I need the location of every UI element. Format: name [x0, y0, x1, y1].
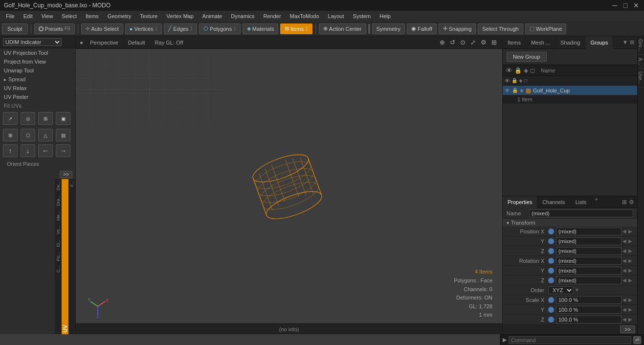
eye-icon-2[interactable]: 👁: [505, 78, 510, 84]
auto-select-button[interactable]: ⊹ Auto Select: [81, 23, 123, 34]
menu-render[interactable]: Render: [260, 12, 285, 20]
left-vert-tab-me[interactable]: Me...: [55, 209, 62, 223]
arrow-down[interactable]: ↓: [21, 144, 35, 157]
edges-button[interactable]: ╱ Edges 1: [164, 23, 197, 34]
left-vert-tab-ei[interactable]: Ei...: [55, 237, 62, 249]
menu-view[interactable]: View: [38, 12, 57, 20]
presets-button[interactable]: Presets F6: [34, 23, 75, 34]
lock-icon[interactable]: 🔒: [514, 67, 522, 74]
viewport-raygl[interactable]: Ray GL: Off: [152, 39, 186, 46]
menu-system[interactable]: System: [349, 12, 375, 20]
left-vert-tab-dra[interactable]: Dra...: [55, 193, 62, 208]
vertices-button[interactable]: ● Vertices 1: [125, 23, 162, 34]
project-from-view[interactable]: Project from View: [0, 57, 75, 66]
prop-pos-x-arrow-left[interactable]: ◀: [622, 229, 627, 234]
menu-animate[interactable]: Animate: [199, 12, 226, 20]
tool-box[interactable]: ▤: [56, 129, 70, 141]
viewport-rotate-icon[interactable]: ↺: [448, 39, 457, 46]
prop-rot-y-value[interactable]: (mixed): [556, 267, 622, 275]
select-icon[interactable]: ◻: [530, 67, 535, 74]
menu-select[interactable]: Select: [58, 12, 81, 20]
tool-grid[interactable]: ⊞: [3, 129, 18, 141]
expand-button[interactable]: >>: [60, 171, 72, 178]
prop-rot-y-arrow-right[interactable]: ▶: [627, 268, 633, 273]
prop-rot-x-arrow-left[interactable]: ◀: [622, 258, 627, 263]
menu-file[interactable]: File: [2, 12, 19, 20]
prop-name-input[interactable]: [529, 209, 633, 217]
prop-rot-y-arrow-left[interactable]: ◀: [622, 268, 627, 273]
left-vert-tab-de[interactable]: De...: [55, 179, 62, 192]
tool-cube[interactable]: ▣: [56, 112, 70, 125]
prop-scale-y-value[interactable]: 100.0 %: [556, 306, 622, 314]
prop-tab-properties[interactable]: Properties: [503, 196, 537, 208]
prop-rot-x-value[interactable]: (mixed): [556, 257, 622, 265]
arrow-left[interactable]: ←: [38, 144, 53, 157]
command-submit-icon[interactable]: ⏎: [633, 336, 641, 344]
prop-pos-y-arrow-right[interactable]: ▶: [627, 238, 633, 244]
prop-pos-z-arrow-right[interactable]: ▶: [627, 248, 633, 253]
rp-tab-gro[interactable]: Gro...: [638, 36, 644, 55]
prop-rot-z-arrow-left[interactable]: ◀: [622, 277, 627, 283]
prop-scale-y-arrow-left[interactable]: ◀: [622, 307, 627, 312]
viewport-canvas[interactable]: 4 Items Polygons : Face Channels: 0 Defo…: [76, 49, 502, 334]
arrow-up[interactable]: ↑: [3, 144, 18, 157]
menu-maxtomodo[interactable]: MaxToModo: [286, 12, 323, 20]
fit-uvs[interactable]: Fit UVs: [0, 101, 75, 110]
lock-icon-2[interactable]: 🔒: [511, 78, 517, 83]
command-input[interactable]: [509, 336, 631, 344]
prop-pos-y-arrow-left[interactable]: ◀: [622, 238, 627, 244]
eye-icon[interactable]: 👁: [506, 67, 512, 74]
udim-dropdown[interactable]: UDIM Indicator: [3, 38, 62, 46]
prop-scale-x-arrow-right[interactable]: ▶: [627, 297, 633, 302]
prop-rot-x-arrow-right[interactable]: ▶: [627, 258, 633, 263]
tab-groups[interactable]: Groups: [585, 36, 613, 49]
prop-scale-z-arrow-right[interactable]: ▶: [627, 317, 633, 322]
prop-section-transform[interactable]: Transform: [503, 219, 637, 227]
menu-geometry[interactable]: Geometry: [104, 12, 135, 20]
prop-tab-add[interactable]: +: [592, 196, 600, 207]
tab-shading[interactable]: Shading: [555, 36, 585, 49]
menu-dynamics[interactable]: Dynamics: [227, 12, 258, 20]
viewport-perspective[interactable]: Perspective: [87, 39, 121, 46]
uv-projection-tool[interactable]: UV Projection Tool: [0, 48, 75, 57]
tool-axis[interactable]: ⊞: [38, 112, 53, 125]
falloff-button[interactable]: ◉ Falloff: [407, 23, 437, 34]
rp-tab-a[interactable]: A...: [638, 55, 644, 69]
prop-scale-y-arrow-right[interactable]: ▶: [627, 307, 633, 312]
left-vert-tab-c[interactable]: C...: [55, 264, 62, 275]
snapping-button[interactable]: ✛ Snapping: [439, 23, 476, 34]
new-group-button[interactable]: New Group: [507, 52, 547, 62]
prop-tab-lists[interactable]: Lists: [571, 196, 592, 208]
render-icon-2[interactable]: ◈: [519, 78, 523, 83]
items-button[interactable]: ⊞ Items 1: [280, 23, 312, 34]
prop-tab-channels[interactable]: Channels: [537, 196, 570, 208]
prop-scale-x-arrow-left[interactable]: ◀: [622, 297, 627, 302]
viewport-move-icon[interactable]: ⊕: [438, 39, 446, 46]
prop-scale-z-arrow-left[interactable]: ◀: [622, 317, 627, 322]
viewport-fit-icon[interactable]: ⤢: [469, 39, 477, 46]
left-vert-tab-vo[interactable]: Vo...: [55, 224, 62, 236]
menu-items[interactable]: Items: [82, 12, 103, 20]
select-through-button[interactable]: Select Through: [478, 23, 523, 34]
right-tab-expand-icon[interactable]: ▼: [622, 39, 628, 46]
prop-pos-z-arrow-left[interactable]: ◀: [622, 248, 627, 253]
prop-pos-y-value[interactable]: (mixed): [556, 237, 622, 245]
viewport[interactable]: ● Perspective Default Ray GL: Off ⊕ ↺ ⊙ …: [76, 36, 502, 334]
minimize-btn[interactable]: ─: [611, 1, 619, 9]
arrow-right[interactable]: →: [56, 144, 70, 157]
tool-tri[interactable]: △: [38, 129, 53, 141]
uv-peeler[interactable]: UV Peeler: [0, 92, 75, 101]
rp-tab-use[interactable]: Use...: [638, 69, 644, 88]
action-center-button[interactable]: ⊕ Action Center: [319, 23, 366, 34]
prop-pos-x-arrow-right[interactable]: ▶: [627, 229, 633, 234]
properties-expand-button[interactable]: >>: [620, 325, 635, 333]
tool-hex[interactable]: ⬡: [21, 129, 35, 141]
viewport-shading-default[interactable]: Default: [125, 39, 148, 46]
prop-scale-x-value[interactable]: 100.0 %: [556, 296, 622, 304]
viewport-zoom-icon[interactable]: ⊙: [459, 39, 467, 46]
symmetry-button[interactable]: Symmetry: [372, 23, 405, 34]
viewport-settings-icon[interactable]: ⚙: [479, 39, 488, 46]
viewport-expand-icon[interactable]: ⊞: [490, 39, 498, 46]
right-tab-fullscreen-icon[interactable]: ⊞: [630, 39, 634, 46]
uv-active-tab[interactable]: UV: [62, 179, 68, 334]
